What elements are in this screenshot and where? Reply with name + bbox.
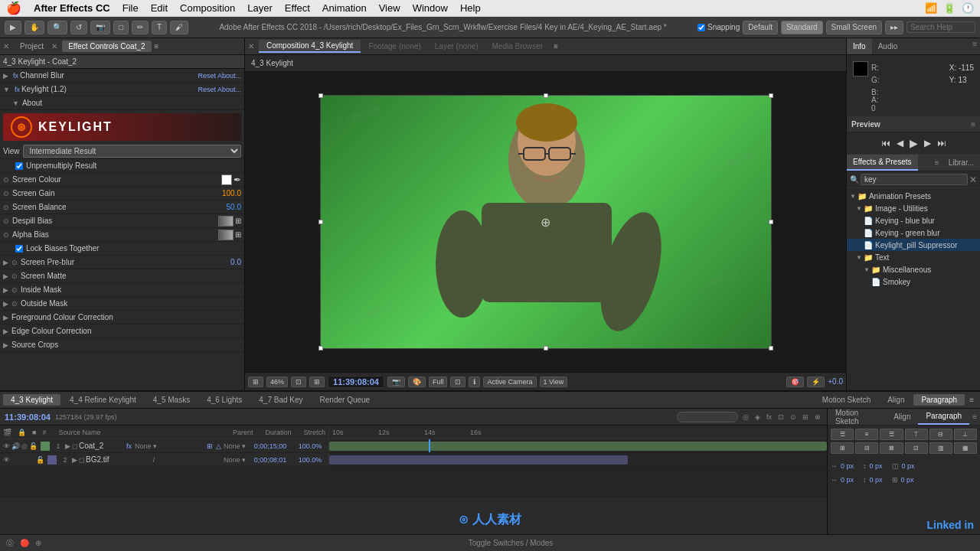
- preview-menu[interactable]: ≡: [971, 120, 975, 129]
- layer-1-video[interactable]: ◻: [72, 442, 77, 450]
- coord-x-val[interactable]: 0 px: [841, 462, 854, 470]
- menu-effect[interactable]: Effect: [285, 2, 310, 14]
- rotate-tool[interactable]: ↺: [70, 21, 87, 34]
- menu-animation[interactable]: Animation: [322, 2, 367, 14]
- right-panel-menu[interactable]: ≡: [969, 38, 980, 54]
- paragraph-tab[interactable]: Paragraph: [913, 394, 965, 406]
- sg-stopwatch[interactable]: ⊙: [3, 190, 9, 197]
- snapping-checkbox[interactable]: [697, 24, 705, 31]
- om-toggle[interactable]: ▶: [3, 300, 8, 308]
- tree-keying-blue[interactable]: 📄 Keying - blue blur: [847, 214, 980, 227]
- viewer-safe-zones[interactable]: ⊡: [291, 377, 306, 387]
- tree-keying-green[interactable]: 📄 Keying - green blur: [847, 227, 980, 239]
- layer-1-parent-dropdown[interactable]: None ▾: [224, 442, 246, 450]
- menu-composition[interactable]: Composition: [180, 2, 235, 14]
- tree-text[interactable]: ▼ 📁 Text: [847, 251, 980, 263]
- handle-tl[interactable]: [318, 93, 323, 98]
- align-bottom-btn[interactable]: ⊥: [954, 429, 977, 440]
- tl-add-marker[interactable]: ◈: [753, 412, 762, 422]
- layer-1-expand[interactable]: ▶: [65, 442, 70, 450]
- next-frame-btn[interactable]: ▶: [923, 136, 933, 150]
- spb-toggle[interactable]: ▶: [3, 259, 8, 266]
- view-quality-dropdown[interactable]: Full: [429, 377, 448, 387]
- search-clear-btn[interactable]: ✕: [969, 174, 977, 185]
- zoom-tool[interactable]: 🔍: [47, 21, 67, 34]
- prev-frame-btn[interactable]: ◀: [895, 136, 905, 150]
- library-tab[interactable]: Librar...: [942, 155, 980, 171]
- comp-tab-footage[interactable]: Footage (none): [362, 41, 426, 52]
- tl-tab-4[interactable]: 4_6 Lights: [199, 394, 250, 406]
- tl-shy-btn[interactable]: ⊙: [789, 412, 798, 422]
- bottom-icon-2[interactable]: 🔴: [20, 539, 29, 547]
- layer-1-fx-icon[interactable]: fx: [126, 442, 132, 450]
- coord2-y-val[interactable]: 0 px: [870, 476, 883, 484]
- screen-colour-swatch[interactable]: [221, 174, 232, 185]
- panel-close-effect[interactable]: ✕: [51, 42, 57, 51]
- coord-y-val[interactable]: 0 px: [870, 462, 883, 470]
- tl-tab-3[interactable]: 4_5 Masks: [145, 394, 198, 406]
- tl-current-time[interactable]: 11:39:08:04: [5, 412, 51, 422]
- tree-animation-presets[interactable]: ▼ 📁 Animation Presets: [847, 190, 980, 202]
- layer-2-right[interactable]: [329, 453, 827, 466]
- tl-search-input[interactable]: [677, 412, 738, 422]
- effects-search-input[interactable]: [861, 174, 968, 185]
- channel-blur-reset[interactable]: Reset: [198, 72, 216, 80]
- rect-tool[interactable]: □: [113, 21, 129, 34]
- apple-menu[interactable]: 🍎: [6, 1, 21, 15]
- zoom-dropdown[interactable]: 46%: [266, 377, 288, 387]
- effect-controls-tab[interactable]: Effect Controls Coat_2: [62, 41, 151, 52]
- viewer-show-channel[interactable]: 🎨: [408, 377, 426, 387]
- layer-1-right[interactable]: [329, 439, 827, 452]
- alpha-swatch[interactable]: [218, 230, 234, 240]
- comp-tab-main[interactable]: Composition 4_3 Keylight: [259, 40, 361, 53]
- distribute-h2-btn[interactable]: ⊠: [880, 442, 903, 454]
- info-tab[interactable]: Info: [847, 38, 872, 54]
- handle-bl[interactable]: [318, 346, 323, 350]
- distribute-v2-btn[interactable]: ⊡: [905, 442, 928, 454]
- tl-tab-2[interactable]: 4_4 Refine Keylight: [62, 394, 144, 406]
- coord-z-val[interactable]: 0 px: [902, 462, 915, 470]
- channel-blur-toggle[interactable]: ▶: [3, 72, 8, 80]
- fc-toggle[interactable]: ▶: [3, 314, 8, 321]
- arrow-tool[interactable]: ▶: [5, 21, 21, 34]
- expand-panels-btn[interactable]: ▸▸: [885, 21, 903, 34]
- effects-menu[interactable]: ≡: [932, 158, 942, 167]
- screen-balance-value[interactable]: 50.0: [203, 203, 241, 211]
- keylight-about[interactable]: About...: [217, 86, 241, 93]
- ap-menu[interactable]: ≡: [969, 412, 980, 421]
- audio-tab[interactable]: Audio: [872, 38, 904, 54]
- alpha-controls[interactable]: ⊞: [235, 230, 241, 239]
- menu-file[interactable]: File: [122, 2, 139, 14]
- comp-panel-close[interactable]: ✕: [248, 42, 254, 51]
- motion-sketch-tab[interactable]: Motion Sketch: [815, 394, 878, 406]
- comp-tab-media[interactable]: Media Browser: [486, 41, 550, 52]
- motion-sketch-tab2[interactable]: Motion Sketch: [828, 409, 886, 425]
- layer-2-vis[interactable]: 👁: [3, 456, 10, 464]
- layer-2-color[interactable]: [47, 455, 57, 465]
- coord2-z-val[interactable]: 0 px: [901, 476, 914, 484]
- align-center-h-btn[interactable]: ≡: [855, 429, 878, 440]
- paragraph-tab2[interactable]: Paragraph: [918, 409, 969, 425]
- bottom-icon-3[interactable]: ⊕: [35, 539, 41, 547]
- distribute-h-btn[interactable]: ⊞: [831, 442, 854, 454]
- last-frame-btn[interactable]: ⏭: [936, 136, 948, 150]
- channel-blur-about[interactable]: About...: [217, 72, 241, 80]
- ec-toggle[interactable]: ▶: [3, 328, 8, 335]
- tl-frame-mix[interactable]: ⊞: [801, 412, 810, 422]
- brush-tool[interactable]: 🖌: [170, 21, 188, 34]
- layer-1-switches[interactable]: ⊞: [207, 442, 213, 450]
- align-left-btn[interactable]: ☰: [831, 429, 854, 440]
- tl-tab-1[interactable]: 4_3 Keylight: [3, 394, 60, 406]
- sc-stopwatch[interactable]: ⊙: [3, 176, 9, 184]
- screen-preblur-value[interactable]: 0.0: [203, 258, 241, 266]
- layer-1-lock[interactable]: 🔓: [29, 442, 38, 450]
- comp-viewport[interactable]: ⊕ 人人素材社区 人人素材社区 人人素材社区 人人素材社区: [245, 72, 846, 372]
- spb-stopwatch[interactable]: ⊙: [11, 259, 18, 266]
- sm-toggle[interactable]: ▶: [3, 272, 8, 280]
- distribute-v-btn[interactable]: ⊟: [855, 442, 878, 454]
- bottom-icon-1[interactable]: ⓪: [6, 538, 14, 549]
- tl-solo-btn[interactable]: ◎: [741, 412, 750, 422]
- menu-layer[interactable]: Layer: [247, 2, 273, 14]
- project-tab[interactable]: Project: [14, 41, 50, 52]
- panel-close-project[interactable]: ✕: [3, 42, 9, 51]
